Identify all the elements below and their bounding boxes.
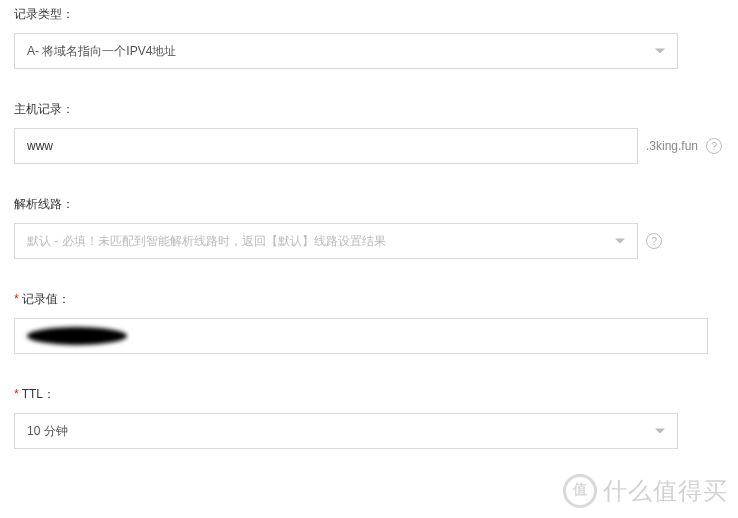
required-star: * bbox=[14, 387, 19, 401]
record-type-label: 记录类型： bbox=[14, 6, 724, 23]
resolve-line-label: 解析线路： bbox=[14, 196, 724, 213]
chevron-down-icon bbox=[655, 428, 665, 433]
host-record-input-wrap[interactable] bbox=[14, 128, 638, 164]
required-star: * bbox=[14, 292, 19, 306]
resolve-line-value: 默认 - 必填！未匹配到智能解析线路时，返回【默认】线路设置结果 bbox=[27, 233, 386, 250]
ttl-select[interactable]: 10 分钟 bbox=[14, 413, 678, 449]
record-value-input[interactable] bbox=[27, 329, 695, 343]
chevron-down-icon bbox=[655, 48, 665, 53]
watermark-logo-icon: 值 bbox=[563, 474, 597, 508]
domain-suffix: .3king.fun bbox=[646, 139, 698, 153]
watermark-text: 什么值得买 bbox=[603, 475, 728, 507]
help-icon[interactable]: ? bbox=[706, 138, 722, 154]
resolve-line-select[interactable]: 默认 - 必填！未匹配到智能解析线路时，返回【默认】线路设置结果 bbox=[14, 223, 638, 259]
record-type-select[interactable]: A- 将域名指向一个IPV4地址 bbox=[14, 33, 678, 69]
ttl-label: *TTL： bbox=[14, 386, 724, 403]
record-value-input-wrap[interactable] bbox=[14, 318, 708, 354]
watermark: 值 什么值得买 bbox=[563, 474, 728, 508]
help-icon[interactable]: ? bbox=[646, 233, 662, 249]
host-record-label: 主机记录： bbox=[14, 101, 724, 118]
chevron-down-icon bbox=[615, 238, 625, 243]
record-type-value: A- 将域名指向一个IPV4地址 bbox=[27, 43, 176, 60]
host-record-input[interactable] bbox=[27, 139, 625, 153]
record-value-label: *记录值： bbox=[14, 291, 724, 308]
ttl-value: 10 分钟 bbox=[27, 423, 68, 440]
